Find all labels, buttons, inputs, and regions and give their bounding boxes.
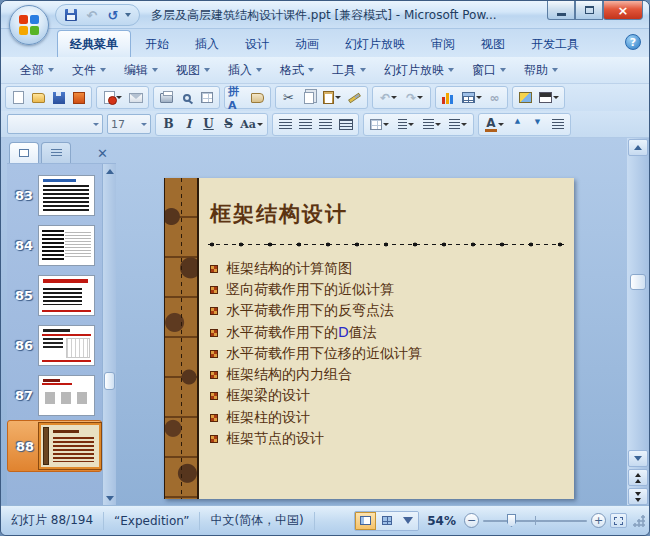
menu-item-1[interactable]: 文件	[63, 58, 115, 83]
zoom-level[interactable]: 54%	[423, 514, 460, 528]
new-document-button[interactable]	[9, 88, 28, 107]
font-color-button[interactable]: A	[482, 115, 507, 134]
slide-sorter-button[interactable]	[376, 512, 397, 530]
bullets-button[interactable]	[445, 115, 470, 134]
slide-indicator[interactable]: 幻灯片 88/194	[1, 512, 104, 530]
ribbon-tab-3[interactable]: 设计	[233, 31, 281, 57]
undo-toolbar-button[interactable]: ↶	[376, 88, 401, 107]
close-button[interactable]: ×	[603, 1, 643, 20]
thumbnail-preview[interactable]	[38, 325, 95, 366]
menu-item-8[interactable]: 窗口	[463, 58, 515, 83]
ribbon-tab-0[interactable]: 经典菜单	[57, 30, 131, 57]
scroll-up-button[interactable]	[103, 164, 116, 179]
scroll-up-button[interactable]	[628, 139, 648, 156]
zoom-slider[interactable]	[483, 513, 587, 528]
normal-view-button[interactable]	[355, 512, 376, 530]
borders-button[interactable]	[197, 88, 216, 107]
export-button[interactable]	[69, 88, 88, 107]
numbering-button[interactable]	[419, 115, 444, 134]
menu-item-4[interactable]: 插入	[219, 58, 271, 83]
zoom-in-button[interactable]: +	[591, 513, 606, 528]
slideshow-button[interactable]	[397, 512, 418, 530]
tab-slides[interactable]	[9, 142, 39, 163]
ribbon-tab-5[interactable]: 幻灯片放映	[333, 31, 417, 57]
previous-slide-button[interactable]	[628, 469, 648, 486]
slide-thumbnail-83[interactable]: 83	[7, 170, 102, 220]
change-case-button[interactable]: Aa	[239, 115, 264, 134]
redo-toolbar-button[interactable]: ↷	[402, 88, 427, 107]
panel-scroll-track[interactable]	[103, 179, 116, 491]
align-center-button[interactable]	[296, 115, 315, 134]
indent-button[interactable]	[548, 115, 567, 134]
customize-qat-caret-icon[interactable]	[125, 13, 131, 17]
resize-grip[interactable]	[633, 515, 645, 527]
menu-item-6[interactable]: 工具	[323, 58, 375, 83]
scroll-down-button[interactable]	[628, 450, 648, 467]
slide-canvas[interactable]: 框架结构设计 框架结构的计算简图竖向荷载作用下的近似计算水平荷载作用下的反弯点法…	[116, 138, 627, 506]
strikethrough-button[interactable]: S	[219, 115, 238, 134]
hyperlink-button[interactable]: ∞	[485, 88, 504, 107]
undo-button[interactable]: ↶	[83, 6, 101, 24]
align-left-button[interactable]	[276, 115, 295, 134]
theme-name[interactable]: “Expedition”	[104, 512, 200, 530]
thumbnail-preview[interactable]	[38, 275, 95, 316]
align-right-button[interactable]	[316, 115, 335, 134]
slide-thumbnail-86[interactable]: 86	[7, 320, 102, 370]
panel-scrollbar[interactable]	[102, 164, 116, 506]
shrink-font-button[interactable]: ▼	[528, 115, 547, 134]
office-button[interactable]	[9, 5, 49, 45]
permission-button[interactable]	[100, 88, 125, 107]
font-name-combo[interactable]	[7, 114, 103, 134]
zoom-out-button[interactable]: −	[464, 513, 479, 528]
menu-item-3[interactable]: 视图	[167, 58, 219, 83]
slide-thumbnail-87[interactable]: 87	[7, 370, 102, 420]
save-toolbar-button[interactable]	[49, 88, 68, 107]
ribbon-tab-6[interactable]: 审阅	[419, 31, 467, 57]
language-indicator[interactable]: 中文(简体，中国)	[200, 512, 314, 530]
ribbon-tab-1[interactable]: 开始	[133, 31, 181, 57]
cut-button[interactable]: ✂	[279, 88, 298, 107]
thumbnail-preview[interactable]	[38, 375, 95, 416]
italic-button[interactable]: I	[179, 115, 198, 134]
menu-item-0[interactable]: 全部	[11, 58, 63, 83]
ribbon-tab-4[interactable]: 动画	[283, 31, 331, 57]
tab-outline[interactable]	[41, 142, 71, 163]
justify-button[interactable]	[336, 115, 355, 134]
ribbon-tab-8[interactable]: 开发工具	[519, 31, 591, 57]
pinyin-check-button[interactable]: 拼A	[228, 88, 247, 107]
minimize-button[interactable]	[547, 1, 575, 20]
slide-title[interactable]: 框架结构设计	[210, 200, 348, 228]
close-panel-button[interactable]: ✕	[93, 144, 112, 163]
underline-button[interactable]: U	[199, 115, 218, 134]
zoom-thumb[interactable]	[507, 514, 516, 527]
slide-thumbnail-88[interactable]: 88	[7, 420, 102, 472]
placeholder-style-button[interactable]	[367, 115, 392, 134]
paste-button[interactable]	[319, 88, 344, 107]
font-size-combo[interactable]: 17	[107, 114, 151, 134]
scroll-track[interactable]	[628, 157, 648, 449]
menu-item-7[interactable]: 幻灯片放映	[375, 58, 463, 83]
fit-to-window-button[interactable]	[610, 513, 627, 528]
current-slide[interactable]: 框架结构设计 框架结构的计算简图竖向荷载作用下的近似计算水平荷载作用下的反弯点法…	[164, 178, 574, 499]
line-spacing-button[interactable]	[393, 115, 418, 134]
insert-chart-button[interactable]	[439, 88, 458, 107]
print-button[interactable]	[157, 88, 176, 107]
menu-item-9[interactable]: 帮助	[515, 58, 567, 83]
research-button[interactable]	[248, 88, 267, 107]
redo-button[interactable]: ↺	[104, 6, 122, 24]
scroll-thumb[interactable]	[630, 274, 646, 290]
photo-album-button[interactable]	[516, 88, 535, 107]
thumbnail-preview[interactable]	[38, 175, 95, 216]
ribbon-tab-7[interactable]: 视图	[469, 31, 517, 57]
slide-bullet-list[interactable]: 框架结构的计算简图竖向荷载作用下的近似计算水平荷载作用下的反弯点法水平荷载作用下…	[210, 258, 568, 450]
vertical-scrollbar[interactable]	[627, 138, 649, 506]
next-slide-button[interactable]	[628, 488, 648, 505]
panel-scroll-thumb[interactable]	[104, 372, 115, 390]
copy-button[interactable]	[299, 88, 318, 107]
save-button[interactable]	[62, 6, 80, 24]
menu-item-5[interactable]: 格式	[271, 58, 323, 83]
ribbon-tab-2[interactable]: 插入	[183, 31, 231, 57]
open-button[interactable]	[29, 88, 48, 107]
slide-thumbnail-84[interactable]: 84	[7, 220, 102, 270]
thumbnail-preview[interactable]	[39, 423, 101, 469]
